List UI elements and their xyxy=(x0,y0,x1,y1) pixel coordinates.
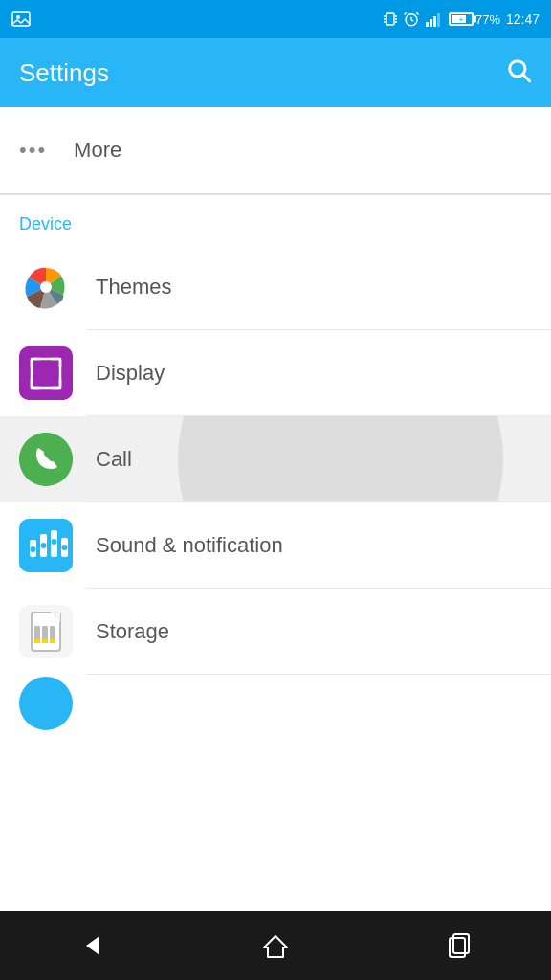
display-icon xyxy=(19,346,73,400)
signal-icon xyxy=(426,11,443,27)
alarm-icon xyxy=(403,11,420,28)
svg-line-19 xyxy=(523,75,529,80)
sound-notification-icon xyxy=(19,519,73,572)
svg-point-30 xyxy=(31,546,36,552)
settings-item-call[interactable]: Call xyxy=(0,416,551,502)
settings-item-display[interactable]: Display xyxy=(0,330,551,416)
battery-icon: + xyxy=(449,12,474,26)
svg-line-12 xyxy=(404,12,406,14)
settings-item-themes[interactable]: Themes xyxy=(0,244,551,330)
themes-icon xyxy=(19,260,73,314)
svg-line-11 xyxy=(411,20,413,22)
svg-rect-42 xyxy=(50,639,55,643)
search-button[interactable] xyxy=(505,56,532,89)
svg-point-21 xyxy=(40,281,52,293)
bottom-nav xyxy=(0,911,551,980)
recents-button[interactable] xyxy=(430,926,488,965)
svg-rect-40 xyxy=(34,639,40,643)
svg-point-31 xyxy=(41,543,47,548)
settings-item-sound[interactable]: Sound & notification xyxy=(0,502,551,589)
home-button[interactable] xyxy=(247,926,304,965)
svg-rect-15 xyxy=(430,19,432,27)
sound-label: Sound & notification xyxy=(96,533,283,558)
more-dots-icon: ••• xyxy=(19,138,47,163)
settings-item-storage[interactable]: Storage xyxy=(0,589,551,675)
screenshot-icon xyxy=(11,11,31,27)
more-row[interactable]: ••• More xyxy=(0,107,551,193)
battery-container: + 77% xyxy=(449,12,500,27)
display-label: Display xyxy=(96,361,165,386)
status-bar: + 77% 12:47 xyxy=(0,0,551,38)
app-bar: Settings xyxy=(0,38,551,107)
svg-rect-17 xyxy=(437,13,440,27)
settings-item-battery[interactable] xyxy=(0,675,551,732)
svg-rect-14 xyxy=(426,22,429,27)
device-section-header: Device xyxy=(0,195,551,244)
ripple-effect xyxy=(0,416,551,502)
svg-rect-41 xyxy=(42,639,48,643)
battery-percent: 77% xyxy=(475,12,500,27)
svg-point-33 xyxy=(62,545,68,550)
svg-point-32 xyxy=(52,539,57,545)
svg-rect-2 xyxy=(386,13,394,25)
svg-rect-22 xyxy=(19,346,73,400)
svg-marker-44 xyxy=(86,936,99,955)
time: 12:47 xyxy=(506,11,540,27)
app-bar-title: Settings xyxy=(19,58,109,88)
svg-rect-16 xyxy=(433,16,436,27)
content: ••• More Device xyxy=(0,107,551,732)
themes-label: Themes xyxy=(96,275,171,300)
status-right: + 77% 12:47 xyxy=(384,11,540,28)
back-button[interactable] xyxy=(63,926,121,965)
storage-icon xyxy=(19,605,73,658)
storage-label: Storage xyxy=(96,619,169,644)
battery-settings-icon xyxy=(19,677,73,730)
svg-line-13 xyxy=(416,12,418,14)
call-label: Call xyxy=(96,447,132,472)
svg-marker-45 xyxy=(264,936,287,957)
vibrate-icon xyxy=(384,11,397,28)
more-label: More xyxy=(74,138,121,163)
status-left xyxy=(11,11,31,27)
svg-point-1 xyxy=(16,15,20,19)
call-icon xyxy=(19,433,73,486)
svg-rect-43 xyxy=(19,677,73,730)
